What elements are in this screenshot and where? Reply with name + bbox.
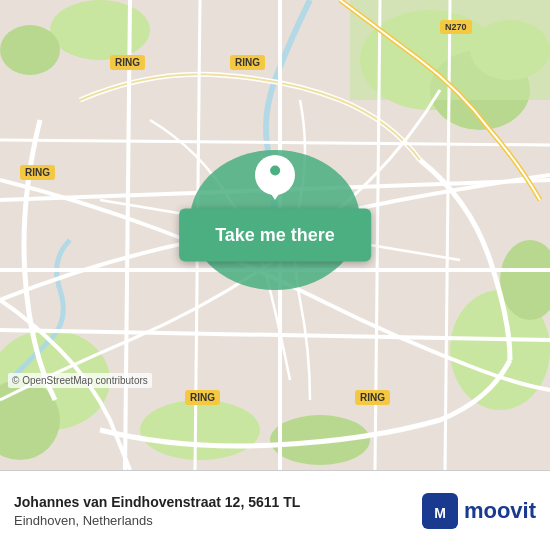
ring-label-bottom-right: RING [355,390,390,405]
svg-text:M: M [434,505,446,521]
footer-bar: Johannes van Eindhovenstraat 12, 5611 TL… [0,470,550,550]
ring-label-top-center: RING [230,55,265,70]
ring-label-bottom-center: RING [185,390,220,405]
address-line1: Johannes van Eindhovenstraat 12, 5611 TL [14,493,300,513]
moovit-logo-icon: M [422,493,458,529]
button-overlay: Take me there [179,209,371,262]
footer-address-block: Johannes van Eindhovenstraat 12, 5611 TL… [14,493,300,528]
take-me-there-button[interactable]: Take me there [179,209,371,262]
svg-point-9 [50,0,150,60]
n270-label: N270 [440,20,472,34]
svg-point-10 [0,25,60,75]
ring-label-left: RING [20,165,55,180]
moovit-logo: M moovit [422,493,536,529]
map-view: RING RING RING RING RING N270 Take me th… [0,0,550,470]
svg-point-11 [140,400,260,460]
moovit-text: moovit [464,498,536,524]
address-line2: Eindhoven, Netherlands [14,513,300,528]
map-attribution: © OpenStreetMap contributors [8,373,152,388]
ring-label-top-left: RING [110,55,145,70]
